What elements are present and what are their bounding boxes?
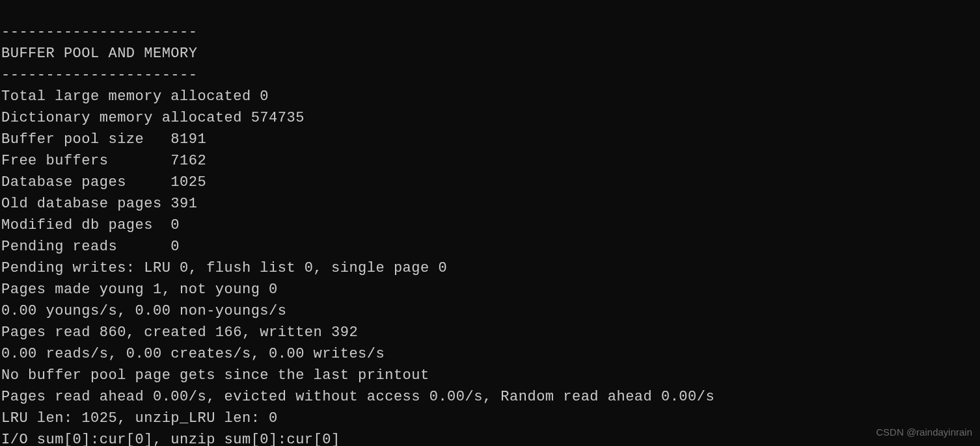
terminal-line: Old database pages 391 <box>1 196 197 212</box>
terminal-line: Free buffers 7162 <box>1 153 206 169</box>
terminal-line: Database pages 1025 <box>1 174 206 190</box>
terminal-line: Buffer pool size 8191 <box>1 131 206 148</box>
terminal-line: Pages made young 1, not young 0 <box>1 282 278 298</box>
terminal-output: ---------------------- BUFFER POOL AND M… <box>0 0 980 446</box>
terminal-line: ---------------------- <box>1 24 197 40</box>
terminal-line: No buffer pool page gets since the last … <box>1 367 429 384</box>
terminal-line: Total large memory allocated 0 <box>1 88 269 105</box>
terminal-line: Pending writes: LRU 0, flush list 0, sin… <box>1 260 447 276</box>
terminal-line: Pending reads 0 <box>1 239 180 255</box>
terminal-line: Pages read ahead 0.00/s, evicted without… <box>1 389 715 405</box>
terminal-line: LRU len: 1025, unzip_LRU len: 0 <box>1 410 278 426</box>
terminal-line: 0.00 reads/s, 0.00 creates/s, 0.00 write… <box>1 346 385 362</box>
terminal-line: Pages read 860, created 166, written 392 <box>1 324 358 341</box>
watermark: CSDN @raindayinrain <box>876 425 972 440</box>
terminal-line: 0.00 youngs/s, 0.00 non-youngs/s <box>1 303 286 319</box>
terminal-line: Modified db pages 0 <box>1 217 180 233</box>
terminal-line: ---------------------- <box>1 67 197 83</box>
terminal-line: BUFFER POOL AND MEMORY <box>1 46 197 62</box>
terminal-line: I/O sum[0]:cur[0], unzip sum[0]:cur[0] <box>1 432 340 446</box>
terminal-line: Dictionary memory allocated 574735 <box>1 110 305 126</box>
